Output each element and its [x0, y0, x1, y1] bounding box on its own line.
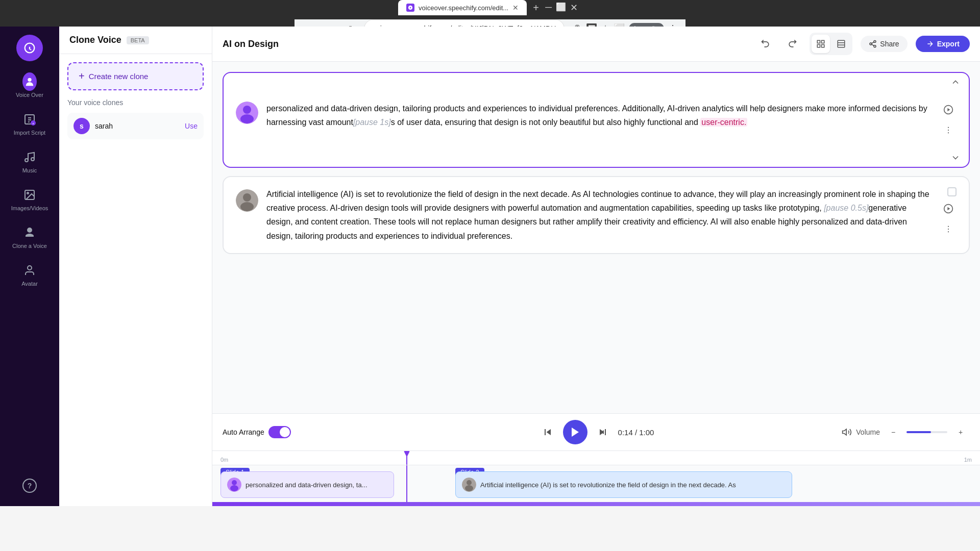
slide-1-play-button[interactable]	[940, 102, 957, 118]
svg-point-25	[243, 106, 251, 114]
svg-point-37	[948, 226, 949, 227]
timeline-clip-1-avatar	[227, 478, 241, 492]
slide-1-collapse-btn[interactable]	[224, 73, 969, 91]
volume-up-button[interactable]: +	[951, 423, 970, 441]
svg-rect-15	[818, 45, 820, 47]
svg-point-44	[230, 485, 238, 491]
svg-marker-41	[843, 429, 847, 435]
svg-point-0	[28, 78, 31, 82]
import-icon: +	[22, 112, 37, 127]
svg-marker-28	[947, 108, 950, 112]
clone-name: sarah	[95, 122, 180, 130]
new-tab-button[interactable]: +	[529, 1, 543, 15]
svg-point-26	[240, 114, 254, 123]
svg-point-33	[243, 193, 251, 202]
svg-line-23	[872, 42, 874, 43]
timeline-clip-2-avatar	[462, 478, 476, 492]
export-button[interactable]: Export	[916, 36, 970, 52]
timeline-clip-2[interactable]: Artificial intelligence (AI) is set to r…	[455, 471, 792, 498]
play-button[interactable]	[563, 420, 587, 444]
editor-title: AI on Design	[223, 39, 748, 49]
sidebar: Voice Over + Import Script Music Images/…	[0, 27, 59, 506]
bottom-controls: Auto Arrange 0:14 / 1:00	[212, 413, 980, 506]
svg-point-43	[232, 480, 237, 485]
sidebar-item-help[interactable]: ?	[0, 473, 59, 498]
share-button[interactable]: Share	[861, 36, 907, 52]
sidebar-item-voiceover[interactable]: Voice Over	[0, 69, 59, 103]
svg-rect-14	[822, 45, 824, 47]
slide-2-content: Artificial intelligence (AI) is set to r…	[224, 177, 969, 253]
images-icon	[22, 188, 37, 202]
content-panel: Clone Voice BETA + Create new clone Your…	[59, 27, 212, 506]
auto-arrange-toggle[interactable]	[268, 426, 291, 438]
svg-point-21	[874, 45, 876, 47]
sidebar-music-label: Music	[22, 167, 37, 173]
export-label: Export	[937, 40, 960, 48]
svg-marker-40	[572, 428, 579, 437]
slide-2-more-button[interactable]	[940, 221, 957, 237]
share-label: Share	[880, 40, 899, 48]
list-view-button[interactable]	[812, 35, 830, 53]
skip-forward-button[interactable]	[594, 423, 612, 441]
voiceover-icon	[22, 74, 37, 89]
volume-down-button[interactable]: −	[884, 423, 902, 441]
slide-1-avatar	[236, 102, 258, 124]
minimize-button[interactable]: ─	[545, 2, 552, 13]
sidebar-import-label: Import Script	[14, 130, 45, 136]
svg-point-31	[948, 132, 949, 133]
redo-button[interactable]	[783, 35, 801, 53]
sidebar-item-music[interactable]: Music	[0, 145, 59, 179]
sidebar-item-avatar[interactable]: Avatar	[0, 258, 59, 292]
editor-toolbar: AI on Design Share Export	[212, 27, 980, 62]
volume-slider[interactable]	[906, 431, 947, 433]
create-clone-button[interactable]: + Create new clone	[67, 62, 204, 90]
auto-arrange-label: Auto Arrange	[223, 428, 264, 436]
slide-1-actions	[940, 102, 957, 138]
svg-point-11	[28, 266, 32, 270]
sidebar-clone-label: Clone a Voice	[12, 243, 47, 249]
svg-marker-36	[947, 207, 950, 211]
use-button[interactable]: Use	[185, 122, 198, 130]
slide-2-play-button[interactable]	[940, 201, 957, 217]
svg-point-8	[31, 158, 34, 161]
slide-card-1: personalized and data-driven design, tai…	[223, 72, 970, 168]
undo-button[interactable]	[756, 35, 775, 53]
clone-avatar: s	[74, 118, 90, 134]
help-icon: ?	[22, 479, 37, 493]
music-icon	[22, 150, 37, 164]
playback-controls: 0:14 / 1:00	[538, 420, 654, 444]
grid-view-button[interactable]	[832, 35, 850, 53]
svg-rect-12	[818, 40, 820, 43]
svg-point-34	[240, 202, 254, 211]
plus-icon: +	[79, 70, 85, 82]
panel-header: Clone Voice BETA	[59, 27, 212, 54]
timeline-clip-1[interactable]: personalized and data-driven design, ta.…	[220, 471, 394, 498]
your-clones-label: Your voice clones	[59, 98, 212, 111]
timeline-clip-1-text: personalized and data-driven design, ta.…	[246, 481, 387, 489]
active-tab[interactable]: voiceover.speechify.com/edit... ✕	[398, 0, 527, 15]
svg-point-46	[467, 480, 472, 485]
skip-back-button[interactable]	[538, 423, 557, 441]
svg-text:+: +	[32, 121, 35, 126]
slide-1-more-button[interactable]	[940, 122, 957, 138]
slide-2-text[interactable]: Artificial intelligence (AI) is set to r…	[266, 187, 932, 243]
time-display: 0:14 / 1:00	[618, 428, 654, 437]
slide-1-text[interactable]: personalized and data-driven design, tai…	[266, 102, 932, 129]
sidebar-avatar-label: Avatar	[21, 281, 38, 287]
tab-title: voiceover.speechify.com/edit...	[419, 4, 508, 12]
app-logo[interactable]	[16, 35, 43, 61]
svg-point-7	[25, 159, 28, 162]
auto-arrange-section: Auto Arrange	[223, 426, 291, 438]
maximize-button[interactable]: ⬜	[556, 2, 566, 13]
sidebar-item-images[interactable]: Images/Videos	[0, 183, 59, 216]
svg-point-29	[948, 127, 949, 128]
close-button[interactable]: ✕	[570, 2, 578, 13]
slide-2-avatar	[236, 189, 258, 212]
svg-point-30	[948, 130, 949, 131]
sidebar-item-clone[interactable]: Clone a Voice	[0, 220, 59, 254]
tab-close-icon[interactable]: ✕	[512, 4, 519, 12]
sidebar-item-import[interactable]: + Import Script	[0, 107, 59, 141]
timeline-track[interactable]: Slide 1 Slide 2 personalized and data-dr…	[212, 465, 980, 502]
slide-2-checkbox[interactable]	[947, 187, 957, 196]
slide-2-actions	[940, 187, 957, 237]
